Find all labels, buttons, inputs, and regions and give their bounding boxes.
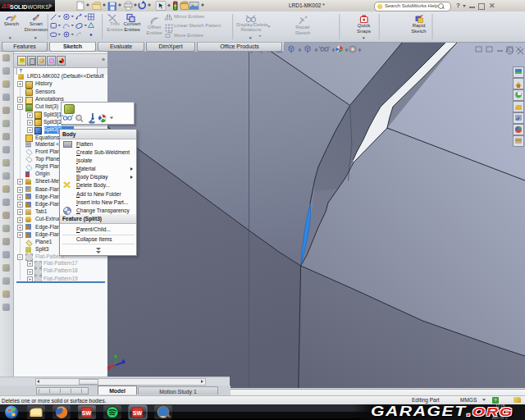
svg-text:SW: SW: [82, 410, 92, 416]
svg-text:SW: SW: [133, 410, 143, 416]
